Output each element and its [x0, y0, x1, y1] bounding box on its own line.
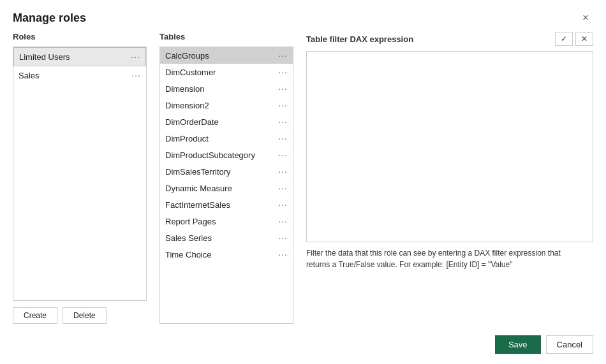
table-item-label: CalcGroups	[165, 51, 209, 61]
tables-list-wrapper: CalcGroups···DimCustomer···Dimension···D…	[159, 47, 293, 324]
tables-panel: Tables CalcGroups···DimCustomer···Dimens…	[159, 32, 306, 324]
table-item-label: DimProductSubcategory	[165, 150, 255, 160]
table-item[interactable]: DimSalesTerritory···	[160, 163, 293, 180]
table-item-menu[interactable]: ···	[278, 84, 288, 94]
table-item[interactable]: Sales Series···	[160, 229, 293, 246]
table-item[interactable]: Time Choice···	[160, 246, 293, 263]
save-button[interactable]: Save	[495, 335, 541, 354]
dax-help-text: Filter the data that this role can see b…	[306, 247, 561, 270]
table-item-menu[interactable]: ···	[278, 150, 288, 160]
roles-panel: Roles Limited Users···Sales··· Create De…	[13, 32, 159, 324]
table-item[interactable]: DimCustomer···	[160, 64, 293, 80]
table-item-label: DimSalesTerritory	[165, 167, 231, 177]
table-item-label: FactInternetSales	[165, 200, 230, 210]
tables-list: CalcGroups···DimCustomer···Dimension···D…	[160, 47, 293, 264]
table-item[interactable]: DimProductSubcategory···	[160, 147, 293, 163]
dialog-title: Manage roles	[13, 11, 86, 25]
table-item-label: Report Pages	[165, 217, 216, 226]
table-item-label: DimOrderDate	[165, 117, 219, 127]
table-item[interactable]: CalcGroups···	[160, 47, 293, 64]
table-item-menu[interactable]: ···	[278, 117, 288, 127]
dax-controls: ✓ ✕	[555, 32, 593, 46]
create-button[interactable]: Create	[13, 307, 57, 324]
table-item-label: Dimension2	[165, 101, 209, 110]
delete-button[interactable]: Delete	[63, 307, 107, 324]
role-item-menu[interactable]: ···	[131, 52, 140, 62]
table-item[interactable]: DimOrderDate···	[160, 113, 293, 130]
table-item-menu[interactable]: ···	[278, 67, 288, 77]
table-item-label: Time Choice	[165, 250, 211, 259]
table-item[interactable]: Report Pages···	[160, 213, 293, 229]
table-item-menu[interactable]: ···	[278, 233, 288, 243]
cancel-button[interactable]: Cancel	[546, 335, 593, 354]
table-item-menu[interactable]: ···	[278, 183, 288, 193]
dax-title: Table filter DAX expression	[306, 34, 413, 44]
role-item[interactable]: Limited Users···	[13, 47, 146, 66]
table-item[interactable]: Time Period···	[160, 263, 293, 264]
role-item-menu[interactable]: ···	[131, 70, 141, 80]
table-item-label: Dynamic Measure	[165, 184, 232, 193]
table-item[interactable]: DimProduct···	[160, 130, 293, 147]
role-item-label: Limited Users	[19, 52, 70, 62]
close-button[interactable]: ×	[578, 10, 593, 25]
dax-editor[interactable]	[306, 51, 593, 242]
tables-title: Tables	[159, 32, 293, 41]
table-item[interactable]: FactInternetSales···	[160, 196, 293, 213]
role-item-label: Sales	[18, 71, 40, 80]
table-item-menu[interactable]: ···	[278, 50, 288, 61]
table-item-menu[interactable]: ···	[278, 249, 288, 259]
table-item-menu[interactable]: ···	[278, 216, 288, 226]
table-item-menu[interactable]: ···	[278, 200, 288, 210]
main-content: Roles Limited Users···Sales··· Create De…	[0, 32, 606, 330]
table-item[interactable]: Dynamic Measure···	[160, 180, 293, 196]
table-item-label: Sales Series	[165, 233, 212, 243]
title-bar: Manage roles ×	[0, 0, 606, 32]
table-item-menu[interactable]: ···	[278, 100, 288, 110]
dax-panel: Table filter DAX expression ✓ ✕ Filter t…	[306, 32, 593, 324]
footer: Save Cancel	[0, 330, 606, 364]
role-item[interactable]: Sales···	[13, 66, 146, 84]
table-item-menu[interactable]: ···	[278, 133, 288, 143]
table-item[interactable]: Dimension···	[160, 80, 293, 97]
dax-cancel-button[interactable]: ✕	[575, 32, 593, 46]
roles-title: Roles	[13, 32, 147, 41]
dax-header: Table filter DAX expression ✓ ✕	[306, 32, 593, 46]
dax-check-button[interactable]: ✓	[555, 32, 573, 46]
table-item-menu[interactable]: ···	[278, 166, 288, 177]
manage-roles-dialog: Manage roles × Roles Limited Users···Sal…	[0, 0, 606, 364]
table-item[interactable]: Dimension2···	[160, 97, 293, 113]
table-item-label: Dimension	[165, 84, 204, 94]
table-item-label: DimProduct	[165, 134, 209, 143]
roles-list: Limited Users···Sales···	[13, 47, 147, 301]
role-buttons: Create Delete	[13, 307, 147, 324]
table-item-label: DimCustomer	[165, 68, 216, 77]
